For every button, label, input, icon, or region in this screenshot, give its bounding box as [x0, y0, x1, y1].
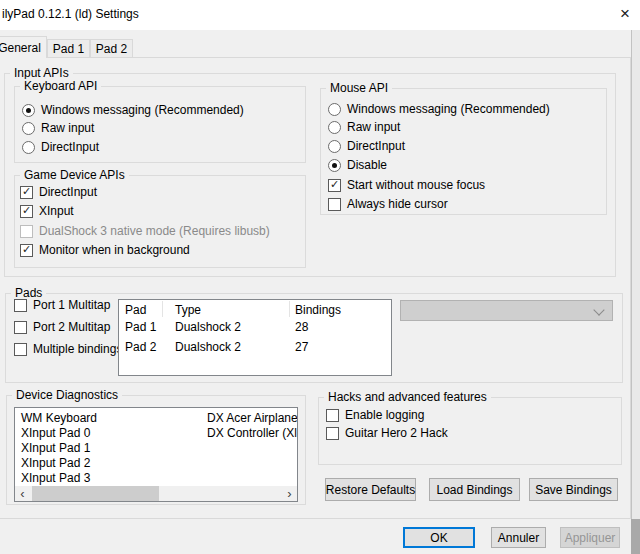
radio-keyboard-windows-messaging[interactable]: Windows messaging (Recommended) — [22, 102, 244, 118]
radio-selected-icon — [328, 159, 341, 172]
checkbox-label: Start without mouse focus — [347, 178, 485, 192]
list-item[interactable]: XInput Pad 2 — [21, 456, 90, 470]
table-row-pad1-type[interactable]: Dualshock 2 — [175, 320, 241, 334]
checkbox-icon — [14, 321, 27, 334]
checkbox-checked-icon: ✓ — [20, 205, 33, 218]
radio-mouse-disable[interactable]: Disable — [328, 157, 387, 173]
tab-pad-1[interactable]: Pad 1 — [47, 39, 90, 57]
lilypad-settings-window: ilyPad 0.12.1 (ld) Settings × General Pa… — [0, 0, 640, 554]
tab-pad-2[interactable]: Pad 2 — [90, 39, 133, 57]
radio-label: Disable — [347, 158, 387, 172]
hacks-group-label: Hacks and advanced features — [324, 390, 491, 405]
game-device-apis-group-label: Game Device APIs — [20, 168, 129, 183]
radio-icon — [328, 140, 341, 153]
table-row-pad1-pad[interactable]: Pad 1 — [125, 320, 156, 334]
checkbox-icon — [14, 343, 27, 356]
checkbox-label: DirectInput — [39, 185, 97, 199]
radio-label: Raw input — [347, 120, 400, 134]
checkbox-dualshock3-native-mode: DualShock 3 native mode (Requires libusb… — [20, 223, 270, 239]
radio-mouse-raw-input[interactable]: Raw input — [328, 119, 400, 135]
device-diagnostics-group-label: Device Diagnostics — [12, 388, 122, 403]
tab-general[interactable]: General — [0, 36, 47, 58]
cancel-label: Annuler — [498, 531, 539, 545]
radio-label: Windows messaging (Recommended) — [347, 102, 550, 116]
checkbox-directinput[interactable]: ✓ DirectInput — [20, 184, 97, 200]
table-row-pad2-pad[interactable]: Pad 2 — [125, 340, 156, 354]
column-separator — [162, 301, 163, 317]
checkbox-checked-icon: ✓ — [328, 179, 341, 192]
checkbox-label: Port 1 Multitap — [33, 298, 110, 312]
scroll-left-icon[interactable]: ‹ — [15, 486, 30, 501]
radio-icon — [22, 122, 35, 135]
table-row-pad1-bindings[interactable]: 28 — [295, 320, 308, 334]
checkbox-monitor-background[interactable]: ✓ Monitor when in background — [20, 242, 190, 258]
checkbox-icon — [328, 198, 341, 211]
pads-table: Pad Type Bindings Pad 1 Dualshock 2 28 P… — [118, 299, 392, 376]
list-item[interactable]: DX Controller (Xl — [207, 426, 297, 440]
radio-label: DirectInput — [41, 140, 99, 154]
apply-label: Appliquer — [565, 531, 616, 545]
checkbox-checked-icon: ✓ — [20, 186, 33, 199]
horizontal-scrollbar[interactable]: ‹ › — [15, 486, 297, 501]
column-header-bindings[interactable]: Bindings — [295, 303, 341, 317]
radio-icon — [328, 103, 341, 116]
restore-defaults-label: Restore Defaults — [326, 483, 415, 497]
radio-label: DirectInput — [347, 139, 405, 153]
checkbox-checked-icon: ✓ — [20, 244, 33, 257]
checkbox-guitar-hero-2-hack[interactable]: Guitar Hero 2 Hack — [326, 425, 448, 441]
checkbox-enable-logging[interactable]: Enable logging — [326, 407, 424, 423]
checkbox-label: Enable logging — [345, 408, 424, 422]
title-bar: ilyPad 0.12.1 (ld) Settings × — [0, 0, 640, 30]
radio-icon — [22, 141, 35, 154]
checkbox-disabled-icon — [20, 225, 33, 238]
checkbox-icon — [326, 409, 339, 422]
radio-label: Windows messaging (Recommended) — [41, 103, 244, 117]
ok-button[interactable]: OK — [403, 527, 475, 548]
restore-defaults-button[interactable]: Restore Defaults — [325, 478, 416, 501]
checkbox-xinput[interactable]: ✓ XInput — [20, 203, 74, 219]
window-right-edge-bottom — [631, 519, 640, 554]
scroll-right-icon[interactable]: › — [282, 486, 297, 501]
load-bindings-button[interactable]: Load Bindings — [429, 478, 520, 501]
checkbox-port2-multitap[interactable]: Port 2 Multitap — [14, 319, 110, 335]
tab-pad-1-label: Pad 1 — [53, 42, 84, 56]
list-item[interactable]: DX Acer Airplane — [207, 411, 298, 425]
checkbox-icon — [14, 299, 27, 312]
table-row-pad2-type[interactable]: Dualshock 2 — [175, 340, 241, 354]
window-title: ilyPad 0.12.1 (ld) Settings — [2, 7, 139, 21]
list-item[interactable]: XInput Pad 3 — [21, 471, 90, 485]
cancel-button[interactable]: Annuler — [491, 527, 546, 548]
radio-selected-icon — [22, 104, 35, 117]
window-right-edge — [631, 30, 640, 519]
list-item[interactable]: XInput Pad 0 — [21, 426, 90, 440]
checkbox-port1-multitap[interactable]: Port 1 Multitap — [14, 297, 110, 313]
list-item[interactable]: XInput Pad 1 — [21, 441, 90, 455]
list-item[interactable]: WM Keyboard — [21, 411, 97, 425]
save-bindings-button[interactable]: Save Bindings — [529, 478, 618, 501]
load-bindings-label: Load Bindings — [436, 483, 512, 497]
apply-button: Appliquer — [560, 527, 620, 548]
checkbox-multiple-bindings[interactable]: Multiple bindings — [14, 341, 122, 357]
column-separator — [289, 301, 290, 317]
radio-icon — [328, 121, 341, 134]
checkbox-label: Multiple bindings — [33, 342, 122, 356]
checkbox-start-without-mouse-focus[interactable]: ✓ Start without mouse focus — [328, 177, 485, 193]
close-icon[interactable]: × — [612, 2, 638, 26]
ok-label: OK — [430, 531, 447, 545]
mouse-api-group-label: Mouse API — [326, 81, 392, 96]
column-header-pad[interactable]: Pad — [125, 303, 146, 317]
checkbox-always-hide-cursor[interactable]: Always hide cursor — [328, 196, 448, 212]
device-diagnostics-list: WM Keyboard XInput Pad 0 XInput Pad 1 XI… — [14, 407, 298, 502]
radio-keyboard-directinput[interactable]: DirectInput — [22, 139, 99, 155]
checkbox-label: Always hide cursor — [347, 197, 448, 211]
column-header-type[interactable]: Type — [175, 303, 201, 317]
scrollbar-thumb[interactable] — [32, 486, 159, 501]
checkbox-label: XInput — [39, 204, 74, 218]
checkbox-label: Guitar Hero 2 Hack — [345, 426, 448, 440]
checkbox-icon — [326, 427, 339, 440]
radio-keyboard-raw-input[interactable]: Raw input — [22, 120, 94, 136]
chevron-down-icon — [593, 304, 604, 315]
radio-mouse-directinput[interactable]: DirectInput — [328, 138, 405, 154]
table-row-pad2-bindings[interactable]: 27 — [295, 340, 308, 354]
radio-mouse-windows-messaging[interactable]: Windows messaging (Recommended) — [328, 101, 550, 117]
